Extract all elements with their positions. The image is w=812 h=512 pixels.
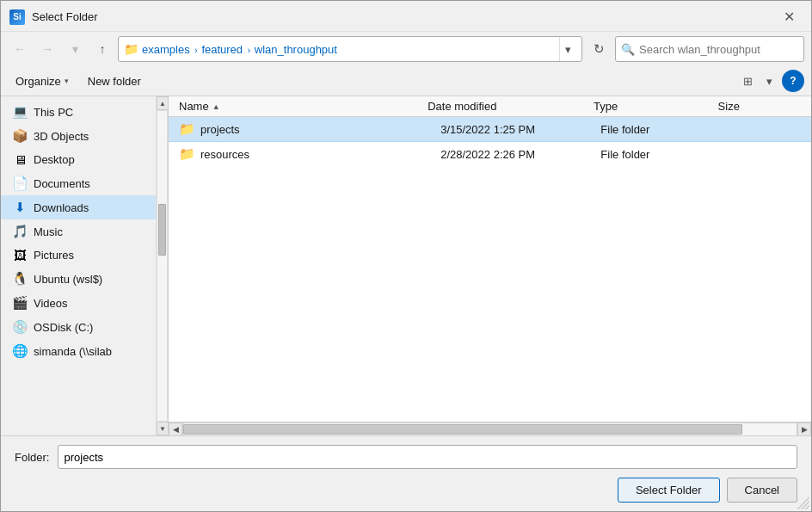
documents-icon: 📄 [11,176,28,191]
column-header-name[interactable]: Name ▲ [179,100,428,113]
downloads-icon: ⬇ [11,200,28,215]
file-type-resources: File folder [600,148,721,161]
view-mode-button[interactable]: ⊞ [737,71,759,92]
this-pc-icon: 💻 [11,104,28,120]
file-area: Name ▲ Date modified Type Size 📁 project… [169,96,811,435]
path-part-featured[interactable]: featured [201,43,243,56]
sidebar-item-downloads[interactable]: ⬇ Downloads [1,195,156,219]
select-folder-dialog: Si Select Folder ✕ ← → ▾ ↑ 📁 examples › … [0,0,812,512]
downloads-label: Downloads [34,201,89,214]
folder-label: Folder: [15,451,49,464]
sidebar-item-3d-objects[interactable]: 📦 3D Objects [1,124,156,148]
sidebar-item-osdisk[interactable]: 💿 OSDisk (C:) [1,315,156,339]
sidebar-item-this-pc[interactable]: 💻 This PC [1,100,156,124]
sidebar-item-simanda[interactable]: 🌐 simanda (\\silab [1,339,156,363]
organize-label: Organize [15,75,61,88]
videos-icon: 🎬 [11,295,28,311]
search-input[interactable] [639,43,798,56]
this-pc-label: This PC [34,106,73,119]
desktop-icon: 🖥 [11,152,28,167]
svg-line-2 [805,505,809,509]
h-scroll-right-button[interactable]: ▶ [797,423,811,436]
organize-chevron-icon: ▾ [65,77,69,85]
h-scroll-left-button[interactable]: ◀ [169,423,182,436]
music-label: Music [34,225,63,238]
3d-objects-icon: 📦 [11,128,28,144]
search-icon: 🔍 [621,43,635,56]
osdisk-icon: 💿 [11,319,28,335]
close-button[interactable]: ✕ [777,8,801,27]
organize-button[interactable]: Organize ▾ [8,71,77,92]
svg-line-1 [802,502,809,509]
sidebar-scroll-down-button[interactable]: ▼ [157,422,169,435]
column-header-type[interactable]: Type [594,100,718,113]
ubuntu-label: Ubuntu (wsl$) [34,273,102,286]
folder-icon-resources: 📁 [179,146,195,162]
sidebar-item-videos[interactable]: 🎬 Videos [1,291,156,315]
path-part-examples[interactable]: examples [142,43,190,56]
file-row-projects[interactable]: 📁 projects 3/15/2022 1:25 PM File folder [169,117,811,142]
bottom-panel: Folder: Select Folder Cancel [1,435,811,511]
folder-icon-projects: 📁 [179,121,195,137]
sidebar-item-documents[interactable]: 📄 Documents [1,171,156,195]
folder-row: Folder: [15,445,797,469]
simanda-label: simanda (\\silab [34,345,112,358]
sidebar-item-pictures[interactable]: 🖼 Pictures [1,244,156,267]
h-scroll-thumb[interactable] [183,424,742,435]
new-folder-button[interactable]: New folder [80,71,149,92]
h-scroll-track [182,423,797,436]
sidebar-item-ubuntu[interactable]: 🐧 Ubuntu (wsl$) [1,267,156,291]
sidebar-item-music[interactable]: 🎵 Music [1,219,156,244]
button-row: Select Folder Cancel [15,478,797,503]
cancel-button[interactable]: Cancel [727,478,797,503]
address-dropdown-button[interactable]: ▾ [559,37,576,61]
back-button[interactable]: ← [8,37,32,61]
view-dropdown-button[interactable]: ▾ [760,71,778,92]
path-part-wlan[interactable]: wlan_throughput [255,43,337,56]
file-date-projects: 3/15/2022 1:25 PM [440,123,600,136]
refresh-button[interactable]: ↻ [586,36,612,62]
sort-arrow-icon: ▲ [212,102,220,111]
resize-grip[interactable] [797,497,809,509]
forward-button[interactable]: → [35,37,59,61]
file-row-resources[interactable]: 📁 resources 2/28/2022 2:26 PM File folde… [169,142,811,167]
new-folder-label: New folder [88,75,141,88]
address-path: examples › featured › wlan_throughput [142,43,556,56]
3d-objects-label: 3D Objects [34,130,89,143]
up-button[interactable]: ↑ [90,37,114,61]
dropdown-nav-button[interactable]: ▾ [63,37,87,61]
column-header-size[interactable]: Size [718,100,801,113]
desktop-label: Desktop [34,153,75,166]
toolbar: Organize ▾ New folder ⊞ ▾ ? [1,66,811,96]
sidebar-scroll-track [157,110,168,422]
horizontal-scrollbar: ◀ ▶ [169,422,811,435]
file-list-body: 📁 projects 3/15/2022 1:25 PM File folder… [169,117,811,422]
ubuntu-icon: 🐧 [11,271,28,287]
file-name-projects: projects [200,123,440,136]
sidebar-items: 💻 This PC 📦 3D Objects 🖥 Desktop 📄 Docum… [1,96,156,367]
music-icon: 🎵 [11,224,28,239]
help-button[interactable]: ? [782,70,804,92]
address-bar-area: ← → ▾ ↑ 📁 examples › featured › wlan_thr… [1,32,811,66]
sidebar-wrapper: 💻 This PC 📦 3D Objects 🖥 Desktop 📄 Docum… [1,96,169,435]
file-name-resources: resources [200,148,440,161]
sidebar-scroll-thumb[interactable] [158,204,166,256]
column-header-date[interactable]: Date modified [428,100,594,113]
documents-label: Documents [34,177,90,190]
sidebar: 💻 This PC 📦 3D Objects 🖥 Desktop 📄 Docum… [1,96,156,435]
select-folder-button[interactable]: Select Folder [618,478,720,503]
address-folder-icon: 📁 [124,42,138,56]
osdisk-label: OSDisk (C:) [34,321,93,334]
sidebar-item-desktop[interactable]: 🖥 Desktop [1,148,156,171]
folder-input[interactable] [58,445,797,469]
pictures-label: Pictures [34,249,74,262]
sidebar-scroll-up-button[interactable]: ▲ [157,96,169,110]
file-type-projects: File folder [600,123,721,136]
main-content: 💻 This PC 📦 3D Objects 🖥 Desktop 📄 Docum… [1,96,811,435]
address-box[interactable]: 📁 examples › featured › wlan_throughput … [118,36,582,62]
dialog-title: Select Folder [32,10,98,23]
file-list-header: Name ▲ Date modified Type Size [169,96,811,117]
pictures-icon: 🖼 [11,248,28,262]
simanda-icon: 🌐 [11,343,28,359]
title-bar: Si Select Folder ✕ [1,1,811,32]
